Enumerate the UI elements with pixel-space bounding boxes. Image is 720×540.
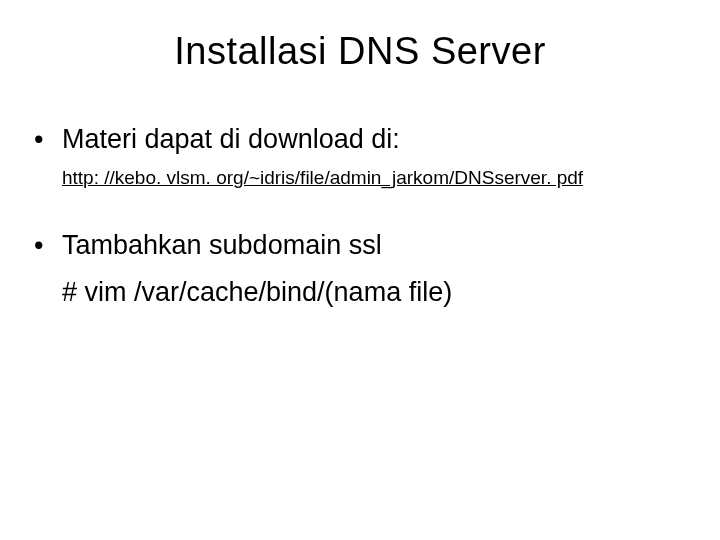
bullet-list-2: Tambahkan subdomain ssl [28,227,692,263]
slide-title: Installasi DNS Server [28,30,692,73]
bullet-text-1: Materi dapat di download di: [62,124,400,154]
materi-link[interactable]: http: //kebo. vlsm. org/~idris/file/admi… [28,167,692,189]
bullet-text-2-line2: # vim /var/cache/bind/(nama file) [28,274,692,310]
bullet-item-1: Materi dapat di download di: [28,121,692,157]
bullet-text-2: Tambahkan subdomain ssl [62,230,382,260]
bullet-list: Materi dapat di download di: [28,121,692,157]
bullet-item-2: Tambahkan subdomain ssl [28,227,692,263]
